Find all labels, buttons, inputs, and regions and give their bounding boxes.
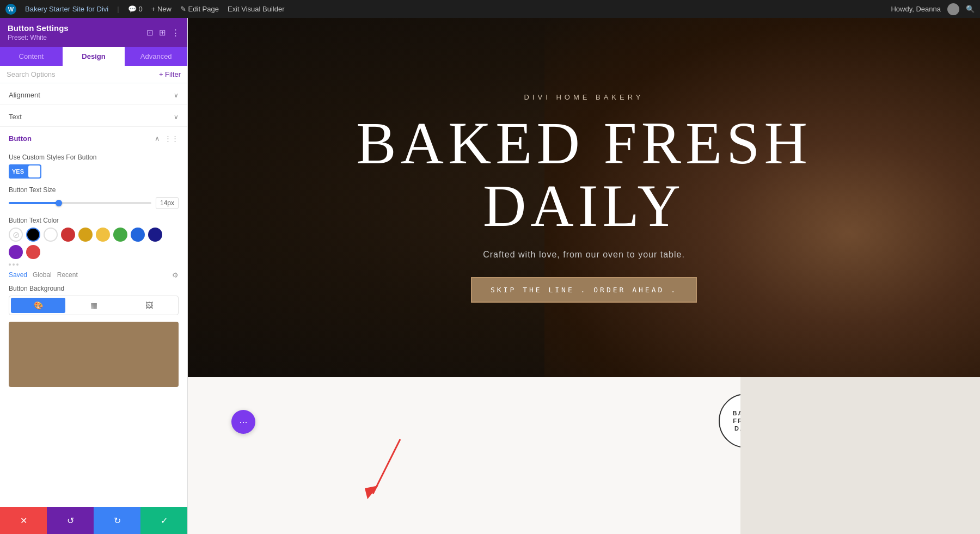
- comment-icon: 💬: [128, 5, 137, 13]
- text-size-value[interactable]: 14px: [156, 197, 179, 209]
- hero-cta-button[interactable]: SKIP THE LINE . ORDER AHEAD .: [471, 277, 697, 303]
- bg-color-preview[interactable]: [9, 322, 179, 387]
- color-swatch-dark-blue[interactable]: [148, 228, 162, 242]
- exit-builder-button[interactable]: Exit Visual Builder: [228, 5, 285, 13]
- color-tab-recent[interactable]: Recent: [57, 271, 78, 279]
- search-row: + Filter: [0, 66, 187, 83]
- red-arrow-annotation: [357, 434, 422, 507]
- tab-advanced[interactable]: Advanced: [125, 47, 187, 66]
- columns-icon[interactable]: ⊞: [159, 28, 166, 38]
- avatar: [947, 3, 959, 15]
- text-chevron-icon: ∨: [174, 113, 179, 121]
- text-label: Text: [9, 113, 22, 121]
- design-tabs: Content Design Advanced: [0, 47, 187, 66]
- color-settings-icon[interactable]: ⚙: [172, 271, 179, 279]
- light-card: [740, 377, 980, 534]
- custom-styles-toggle[interactable]: YES: [9, 164, 41, 179]
- main-layout: Button Settings Preset: White ⊡ ⊞ ⋮ Cont…: [0, 18, 980, 534]
- tab-design[interactable]: Design: [63, 47, 125, 66]
- color-tab-global[interactable]: Global: [33, 271, 52, 279]
- bg-tab-solid[interactable]: 🎨: [11, 298, 65, 313]
- image-icon: 🖼: [145, 301, 153, 310]
- button-section-label: Button: [9, 134, 32, 143]
- text-size-thumb[interactable]: [56, 200, 62, 206]
- color-swatch-purple[interactable]: [9, 245, 23, 259]
- color-swatch-white[interactable]: [44, 228, 58, 242]
- svg-line-0: [373, 439, 400, 494]
- undo-button[interactable]: ↺: [47, 507, 94, 534]
- color-swatch-red[interactable]: [61, 228, 75, 242]
- hero-section: DIVI HOME BAKERY BAKED FRESH DAILY Craft…: [188, 18, 980, 377]
- wp-admin-bar: W Bakery Starter Site for Divi | 💬 0 + N…: [0, 0, 980, 18]
- filter-button[interactable]: + Filter: [159, 70, 181, 78]
- color-swatch-yellow-dark[interactable]: [78, 228, 93, 242]
- text-size-track: [9, 202, 151, 204]
- alignment-label: Alignment: [9, 91, 40, 99]
- color-swatch-blue[interactable]: [131, 228, 145, 242]
- bg-label: Button Background: [9, 285, 179, 292]
- purple-fab-button[interactable]: ···: [231, 410, 255, 434]
- search-input[interactable]: [7, 70, 155, 78]
- toggle-yes-label: YES: [9, 164, 27, 179]
- new-button[interactable]: + New: [151, 5, 171, 13]
- solid-color-icon: 🎨: [34, 301, 43, 310]
- undo-icon: ↺: [67, 515, 74, 526]
- text-section-header[interactable]: Text ∨: [0, 105, 187, 126]
- svg-marker-1: [365, 486, 378, 499]
- color-tab-saved[interactable]: Saved: [9, 271, 27, 279]
- color-swatches: ⊘: [9, 228, 179, 259]
- alignment-chevron-icon: ∨: [174, 91, 179, 99]
- comment-count[interactable]: 💬 0: [128, 5, 143, 13]
- wp-logo-icon[interactable]: W: [5, 4, 16, 15]
- close-icon: ✕: [20, 515, 27, 526]
- bg-type-tabs: 🎨 ▦ 🖼: [9, 296, 179, 315]
- alignment-section-header[interactable]: Alignment ∨: [0, 83, 187, 105]
- button-section-header[interactable]: Button ∧ ⋮⋮: [0, 127, 187, 148]
- chevron-up-icon[interactable]: ∧: [155, 134, 160, 143]
- bottom-bar: ✕ ↺ ↻ ✓: [0, 507, 187, 534]
- save-button[interactable]: ✓: [140, 507, 187, 534]
- redo-button[interactable]: ↻: [94, 507, 140, 534]
- more-dots: [9, 263, 179, 266]
- color-swatch-red-pen[interactable]: [26, 245, 40, 259]
- wp-logo-text: W: [8, 6, 14, 13]
- canvas-area: DIVI HOME BAKERY BAKED FRESH DAILY Craft…: [188, 18, 980, 534]
- responsive-icon[interactable]: ⊡: [146, 28, 154, 38]
- text-size-fill: [9, 202, 59, 204]
- panel-title: Button Settings: [8, 23, 69, 33]
- close-button[interactable]: ✕: [0, 507, 47, 534]
- color-swatch-black[interactable]: [26, 228, 40, 242]
- fab-dots-icon: ···: [239, 416, 247, 428]
- text-size-slider-row: 14px: [9, 197, 179, 209]
- toggle-row: YES: [9, 164, 179, 179]
- gradient-icon: ▦: [90, 301, 97, 310]
- menu-icon[interactable]: ⋮: [171, 28, 180, 38]
- howdy-text: Howdy, Deanna: [891, 5, 941, 13]
- sidebar-header: Button Settings Preset: White ⊡ ⊞ ⋮: [0, 18, 187, 47]
- tab-content[interactable]: Content: [0, 47, 63, 66]
- color-swatch-green[interactable]: [113, 228, 127, 242]
- color-tabs: Saved Global Recent ⚙: [9, 271, 179, 279]
- save-icon: ✓: [161, 515, 168, 526]
- toggle-knob: [28, 165, 40, 177]
- bg-tab-gradient[interactable]: ▦: [66, 298, 121, 313]
- header-icons: ⊡ ⊞ ⋮: [146, 28, 180, 38]
- color-swatch-transparent[interactable]: ⊘: [9, 228, 23, 242]
- button-section-content: Use Custom Styles For Button YES Button …: [0, 148, 187, 399]
- custom-styles-label: Use Custom Styles For Button: [9, 154, 179, 161]
- bg-tab-image[interactable]: 🖼: [122, 298, 176, 313]
- hero-subtitle: Crafted with love, from our oven to your…: [483, 250, 685, 260]
- search-icon[interactable]: 🔍: [966, 5, 975, 13]
- hero-title: BAKED FRESH DAILY: [356, 112, 812, 238]
- admin-bar-right: Howdy, Deanna 🔍: [891, 3, 975, 15]
- sidebar-panel: Button Settings Preset: White ⊡ ⊞ ⋮ Cont…: [0, 18, 188, 534]
- button-settings-icon[interactable]: ⋮⋮: [164, 134, 179, 143]
- edit-page-button[interactable]: ✎ Edit Page: [180, 5, 219, 13]
- hero-eyebrow: DIVI HOME BAKERY: [524, 93, 644, 101]
- redo-icon: ↻: [114, 515, 121, 526]
- panel-preset[interactable]: Preset: White: [8, 34, 69, 41]
- color-swatch-yellow[interactable]: [96, 228, 110, 242]
- site-name[interactable]: Bakery Starter Site for Divi: [25, 5, 108, 13]
- bottom-section: ··· BAKED FRESH DAILY: [188, 377, 980, 534]
- text-color-label: Button Text Color: [9, 217, 179, 224]
